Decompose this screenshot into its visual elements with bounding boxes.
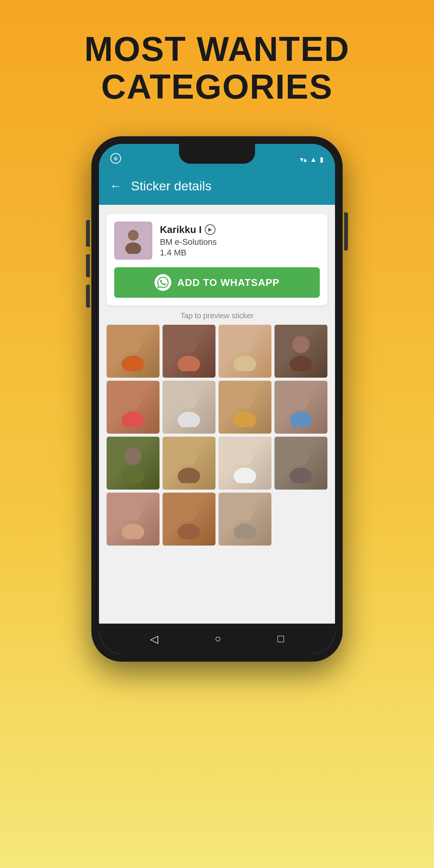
battery-icon: ▮ <box>320 155 324 164</box>
sticker-cell[interactable] <box>219 325 271 378</box>
page-headline: MOST WANTED CATEGORIES <box>85 30 350 106</box>
sticker-cell[interactable] <box>219 381 271 434</box>
sticker-card: Karikku I ▶ BM e-Solutions 1.4 MB <box>107 214 327 305</box>
svg-point-21 <box>178 468 200 483</box>
svg-point-30 <box>236 504 254 521</box>
svg-point-29 <box>178 524 200 539</box>
svg-point-4 <box>180 336 198 353</box>
svg-point-1 <box>125 243 141 254</box>
nav-back-button[interactable]: ◁ <box>150 633 158 645</box>
svg-point-18 <box>124 448 142 465</box>
screen-inner: ⊕ ▾▴ ▲ ▮ ← Sticker details <box>99 144 335 654</box>
screen-scroll: Karikku I ▶ BM e-Solutions 1.4 MB <box>99 205 335 624</box>
sticker-cell[interactable] <box>107 437 160 490</box>
svg-point-2 <box>124 336 142 353</box>
sticker-cell[interactable] <box>107 381 160 434</box>
navigation-bar: ◁ ○ □ <box>99 624 335 654</box>
sticker-publisher: BM e-Solutions <box>160 237 320 247</box>
sticker-cell[interactable] <box>219 437 271 490</box>
sticker-grid <box>99 325 335 553</box>
app-bar: ← Sticker details <box>99 167 335 205</box>
svg-point-7 <box>234 356 256 371</box>
app-status-icon: ⊕ <box>110 153 121 164</box>
add-btn-label: ADD TO WHATSAPP <box>177 277 279 289</box>
svg-point-8 <box>292 336 310 353</box>
svg-point-25 <box>290 468 312 483</box>
svg-point-15 <box>234 412 256 427</box>
sticker-cell[interactable] <box>107 325 160 378</box>
vol-down-button <box>86 285 90 308</box>
svg-point-10 <box>124 392 142 409</box>
sticker-cell[interactable] <box>274 437 327 490</box>
sticker-cell[interactable] <box>163 437 215 490</box>
play-icon[interactable]: ▶ <box>205 224 215 235</box>
svg-point-9 <box>290 356 312 371</box>
svg-point-27 <box>122 524 144 539</box>
svg-point-16 <box>292 392 310 409</box>
sticker-size: 1.4 MB <box>160 248 320 258</box>
sticker-cell[interactable] <box>163 493 215 546</box>
sticker-cell[interactable] <box>274 381 327 434</box>
phone-shell: ⊕ ▾▴ ▲ ▮ ← Sticker details <box>91 136 343 662</box>
phone-notch <box>179 144 255 164</box>
svg-point-13 <box>178 412 200 427</box>
svg-point-0 <box>128 230 139 241</box>
sticker-cell[interactable] <box>107 493 160 546</box>
signal-icon: ▲ <box>310 156 317 164</box>
svg-point-26 <box>124 504 142 521</box>
svg-point-24 <box>292 448 310 465</box>
svg-point-12 <box>180 392 198 409</box>
svg-point-11 <box>122 412 144 427</box>
sticker-cell[interactable] <box>274 325 327 378</box>
svg-point-14 <box>236 392 254 409</box>
sticker-cell[interactable] <box>219 493 271 546</box>
sticker-cell[interactable] <box>163 325 215 378</box>
preview-hint: Tap to preview sticker <box>99 311 335 320</box>
svg-point-5 <box>178 356 200 371</box>
sticker-thumbnail[interactable] <box>114 222 152 260</box>
nav-home-button[interactable]: ○ <box>215 633 221 645</box>
svg-point-3 <box>122 356 144 371</box>
svg-point-23 <box>234 468 256 483</box>
svg-point-19 <box>122 468 144 483</box>
svg-point-17 <box>290 412 312 427</box>
sticker-cell[interactable] <box>163 381 215 434</box>
sticker-thumb-image <box>120 227 147 254</box>
svg-point-6 <box>236 336 254 353</box>
svg-point-22 <box>236 448 254 465</box>
sticker-info: Karikku I ▶ BM e-Solutions 1.4 MB <box>160 224 320 258</box>
sticker-name: Karikku I ▶ <box>160 224 320 236</box>
app-bar-title: Sticker details <box>131 179 212 193</box>
back-button[interactable]: ← <box>110 179 122 193</box>
nav-recent-button[interactable]: □ <box>278 633 284 645</box>
whatsapp-icon <box>155 274 171 291</box>
sticker-header: Karikku I ▶ BM e-Solutions 1.4 MB <box>114 222 320 260</box>
whatsapp-logo <box>157 277 169 288</box>
svg-point-28 <box>180 504 198 521</box>
svg-point-31 <box>234 524 256 539</box>
vol-up-button <box>86 254 90 277</box>
phone-screen: ⊕ ▾▴ ▲ ▮ ← Sticker details <box>99 144 335 654</box>
phone-mockup: ⊕ ▾▴ ▲ ▮ ← Sticker details <box>91 136 343 662</box>
add-to-whatsapp-button[interactable]: ADD TO WHATSAPP <box>114 267 320 298</box>
wifi-icon: ▾▴ <box>300 155 307 164</box>
svg-point-20 <box>180 448 198 465</box>
